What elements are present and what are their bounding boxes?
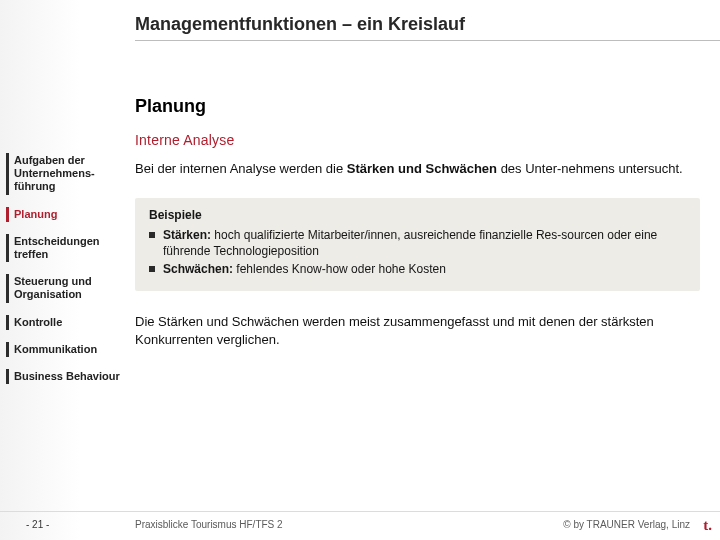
- sidebar-item-planung[interactable]: Planung: [6, 204, 124, 225]
- example-row-body: hoch qualifizierte Mitarbeiter/innen, au…: [163, 228, 657, 258]
- para1-pre: Bei der internen Analyse werden die: [135, 161, 347, 176]
- sidebar-item-label: Kontrolle: [14, 316, 62, 328]
- paragraph-2: Die Stärken und Schwächen werden meist z…: [135, 313, 700, 348]
- nav-bar-icon: [6, 315, 9, 330]
- sidebar-nav: Aufgaben der Unternehmens-führung Planun…: [6, 150, 124, 393]
- example-row: Schwächen: fehlendes Know-how oder hohe …: [149, 261, 686, 277]
- example-row-text: Stärken: hoch qualifizierte Mitarbeiter/…: [163, 227, 686, 259]
- nav-bar-icon: [6, 207, 9, 222]
- example-box: Beispiele Stärken: hoch qualifizierte Mi…: [135, 198, 700, 292]
- example-row-label: Schwächen:: [163, 262, 233, 276]
- bullet-square-icon: [149, 266, 155, 272]
- nav-bar-icon: [6, 153, 9, 195]
- paragraph-1: Bei der internen Analyse werden die Stär…: [135, 160, 700, 178]
- sidebar-item-kommunikation[interactable]: Kommunikation: [6, 339, 124, 360]
- sidebar-item-aufgaben[interactable]: Aufgaben der Unternehmens-führung: [6, 150, 124, 198]
- sidebar-item-label: Steuerung und Organisation: [14, 275, 92, 300]
- example-row: Stärken: hoch qualifizierte Mitarbeiter/…: [149, 227, 686, 259]
- example-row-text: Schwächen: fehlendes Know-how oder hohe …: [163, 261, 446, 277]
- sidebar-item-label: Kommunikation: [14, 343, 97, 355]
- page-title: Managementfunktionen – ein Kreislauf: [135, 14, 465, 35]
- nav-bar-icon: [6, 274, 9, 302]
- footer-divider: [0, 511, 720, 512]
- nav-bar-icon: [6, 234, 9, 262]
- main-content: Bei der internen Analyse werden die Stär…: [135, 160, 700, 348]
- section-title: Planung: [135, 96, 206, 117]
- para1-post: des Unter-nehmens untersucht.: [497, 161, 683, 176]
- logo-dot-icon: .: [708, 517, 712, 533]
- example-row-label: Stärken:: [163, 228, 211, 242]
- footer-right-text: © by TRAUNER Verlag, Linz: [563, 519, 690, 530]
- subsection-title: Interne Analyse: [135, 132, 235, 148]
- footer-left-text: Praxisblicke Tourismus HF/TFS 2: [135, 519, 283, 530]
- sidebar-item-label: Business Behaviour: [14, 370, 120, 382]
- sidebar-item-label: Aufgaben der Unternehmens-führung: [14, 154, 95, 192]
- sidebar-item-label: Entscheidungen treffen: [14, 235, 100, 260]
- sidebar-item-label: Planung: [14, 208, 57, 220]
- sidebar-item-kontrolle[interactable]: Kontrolle: [6, 312, 124, 333]
- page-number: - 21 -: [26, 519, 49, 530]
- example-header: Beispiele: [149, 208, 686, 222]
- title-underline: [135, 40, 720, 41]
- nav-bar-icon: [6, 369, 9, 384]
- example-row-body: fehlendes Know-how oder hohe Kosten: [233, 262, 446, 276]
- para1-bold: Stärken und Schwächen: [347, 161, 497, 176]
- nav-bar-icon: [6, 342, 9, 357]
- bullet-square-icon: [149, 232, 155, 238]
- sidebar-item-business-behaviour[interactable]: Business Behaviour: [6, 366, 124, 387]
- sidebar-item-steuerung[interactable]: Steuerung und Organisation: [6, 271, 124, 305]
- publisher-logo: t.: [703, 517, 712, 534]
- sidebar-item-entscheidungen[interactable]: Entscheidungen treffen: [6, 231, 124, 265]
